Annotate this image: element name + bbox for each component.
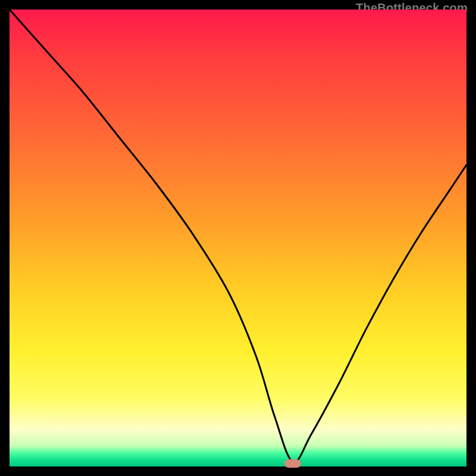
- optimal-marker: [284, 459, 301, 468]
- bottleneck-curve: [10, 10, 466, 466]
- chart-frame: [10, 10, 466, 466]
